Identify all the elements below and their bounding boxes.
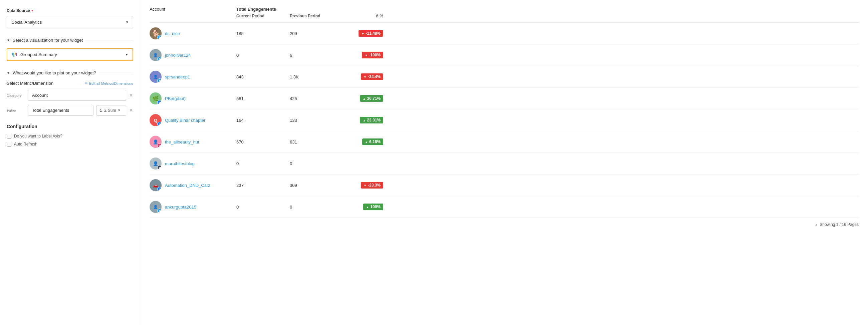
- previous-period-cell: 309: [290, 183, 343, 188]
- avatar: 👤 𝕏: [150, 201, 162, 213]
- previous-period-cell: 133: [290, 118, 343, 123]
- delta-badge-up: 36.71%: [360, 95, 383, 102]
- avatar: 🐕 𝕏: [150, 27, 162, 39]
- account-name[interactable]: ds_nice: [165, 31, 180, 36]
- label-axis-row: Do you want to Label Axis?: [7, 134, 133, 138]
- table-row: 🌿 f PBot(pbot) 581 425 36.71%: [150, 88, 859, 109]
- table-row: 👤 ✿ the_allbeauty_hut 670 631 6.18%: [150, 131, 859, 153]
- account-name[interactable]: the_allbeauty_hut: [165, 139, 199, 144]
- value-row: Value Σ Σ Sum ▾ ×: [7, 105, 133, 116]
- label-axis-checkbox[interactable]: [7, 134, 11, 138]
- delta-badge-up: 23.31%: [360, 117, 383, 124]
- account-name[interactable]: sprsandeep1: [165, 74, 190, 79]
- visualization-select[interactable]: Grouped Summary ▾: [7, 48, 133, 61]
- sum-select[interactable]: Σ Σ Sum ▾: [96, 105, 126, 116]
- auto-refresh-checkbox[interactable]: [7, 142, 11, 147]
- account-name[interactable]: PBot(pbot): [165, 96, 186, 101]
- plot-section-title: What would you like to plot on your widg…: [13, 70, 96, 75]
- plot-section: Select Metric/Dimension ✏ Edit all Metri…: [7, 81, 133, 116]
- delta-cell: -100%: [343, 52, 383, 58]
- avatar: Q f: [150, 114, 162, 126]
- value-clear-button[interactable]: ×: [129, 107, 133, 114]
- data-source-label: Data Source •: [7, 8, 133, 13]
- previous-period-cell: 1.3K: [290, 74, 343, 79]
- avatar: 👤 ✿: [150, 136, 162, 148]
- delta-badge-down: -34.4%: [361, 73, 383, 80]
- arrow-down-icon: [361, 31, 364, 36]
- account-cell: 👤 ✿ the_allbeauty_hut: [150, 136, 236, 148]
- delta-badge-up: 6.18%: [362, 138, 383, 145]
- col-engagements-header: Total Engagements Current Period Previou…: [236, 7, 859, 18]
- grouped-summary-icon: [12, 53, 17, 57]
- social-badge: 𝕏: [157, 78, 162, 83]
- social-badge: ✿: [157, 143, 162, 148]
- avatar: 👤 𝕏: [150, 49, 162, 61]
- pagination-footer: › Showing 1 / 16 Pages: [150, 218, 859, 227]
- table-row: 👤 𝕏 sprsandeep1 843 1.3K -34.4%: [150, 66, 859, 88]
- value-label: Value: [7, 108, 25, 112]
- social-badge: f: [157, 187, 162, 191]
- account-name[interactable]: Automation_DND_Carz: [165, 183, 210, 188]
- chevron-down-icon: ▾: [126, 53, 128, 57]
- sum-label: Σ Sum: [104, 108, 116, 113]
- data-source-select[interactable]: Social Analytics ▾: [7, 16, 133, 28]
- category-clear-button[interactable]: ×: [129, 92, 133, 99]
- auto-refresh-label: Auto Refresh: [14, 142, 37, 147]
- arrow-up-icon: [363, 118, 366, 123]
- delta-cell: 6.18%: [343, 138, 383, 145]
- current-period-cell: 670: [236, 139, 290, 144]
- pagination-text: Showing 1 / 16 Pages: [819, 222, 859, 227]
- edit-metrics-button[interactable]: ✏ Edit all Metrics/Dimensions: [85, 81, 133, 86]
- social-badge: f: [157, 122, 162, 126]
- config-title: Configuration: [7, 124, 133, 129]
- value-input[interactable]: [28, 105, 93, 116]
- previous-period-cell: 209: [290, 31, 343, 36]
- account-cell: 🚗 f Automation_DND_Carz: [150, 179, 236, 191]
- social-badge: f: [157, 100, 162, 104]
- plot-section-header: ▼ What would you like to plot on your wi…: [7, 70, 133, 75]
- arrow-up-icon: [365, 139, 368, 144]
- category-label: Category: [7, 93, 25, 97]
- previous-period-cell: 6: [290, 53, 343, 58]
- arrow-down-icon: [364, 74, 367, 79]
- table-row: 🚗 f Automation_DND_Carz 237 309 -23.3%: [150, 174, 859, 196]
- account-name[interactable]: ankurgupta2015': [165, 204, 197, 209]
- previous-period-cell: 0: [290, 204, 343, 209]
- delta-cell: -23.3%: [343, 182, 383, 189]
- table-header: Account Total Engagements Current Period…: [150, 7, 859, 23]
- account-cell: 👤 𝕏 johnoliver124: [150, 49, 236, 61]
- delta-cell: 23.31%: [343, 117, 383, 124]
- col-engagements-title: Total Engagements: [236, 7, 859, 12]
- account-name[interactable]: maruthitestblog: [165, 161, 195, 166]
- config-section: Configuration Do you want to Label Axis?…: [7, 124, 133, 147]
- label-axis-label: Do you want to Label Axis?: [14, 134, 62, 138]
- collapse-plot-icon[interactable]: ▼: [7, 71, 10, 75]
- pencil-icon: ✏: [85, 81, 88, 86]
- chevron-down-icon: ▾: [118, 108, 120, 112]
- col-current-period: Current Period: [236, 14, 290, 18]
- data-source-value: Social Analytics: [12, 20, 42, 25]
- table-row: 👤 𝕏 ankurgupta2015' 0 0 100%: [150, 196, 859, 218]
- current-period-cell: 185: [236, 31, 290, 36]
- avatar: 🚗 f: [150, 179, 162, 191]
- account-cell: 👤 𝕏 ankurgupta2015': [150, 201, 236, 213]
- social-badge: t: [157, 165, 162, 169]
- delta-badge-down: -11.48%: [359, 30, 383, 37]
- required-indicator: •: [31, 8, 33, 13]
- account-name[interactable]: Quality Bihar chapter: [165, 118, 205, 123]
- collapse-icon[interactable]: ▼: [7, 38, 10, 42]
- viz-section-title: Select a visualization for your widget: [13, 38, 83, 43]
- social-badge: 𝕏: [157, 57, 162, 61]
- category-row: Category ×: [7, 90, 133, 101]
- current-period-cell: 164: [236, 118, 290, 123]
- account-name[interactable]: johnoliver124: [165, 53, 191, 58]
- social-badge: 𝕏: [157, 35, 162, 39]
- table-body: 🐕 𝕏 ds_nice 185 209 -11.48% 👤 𝕏 johnol: [150, 23, 859, 218]
- col-engagements-sub: Current Period Previous Period Δ %: [236, 14, 859, 18]
- table-row: 👤 t maruthitestblog 0 0: [150, 153, 859, 174]
- category-input[interactable]: [28, 90, 126, 101]
- delta-badge-down: -100%: [362, 52, 383, 58]
- previous-period-cell: 425: [290, 96, 343, 101]
- prev-page-button[interactable]: ›: [815, 222, 817, 227]
- right-panel: Account Total Engagements Current Period…: [140, 0, 868, 325]
